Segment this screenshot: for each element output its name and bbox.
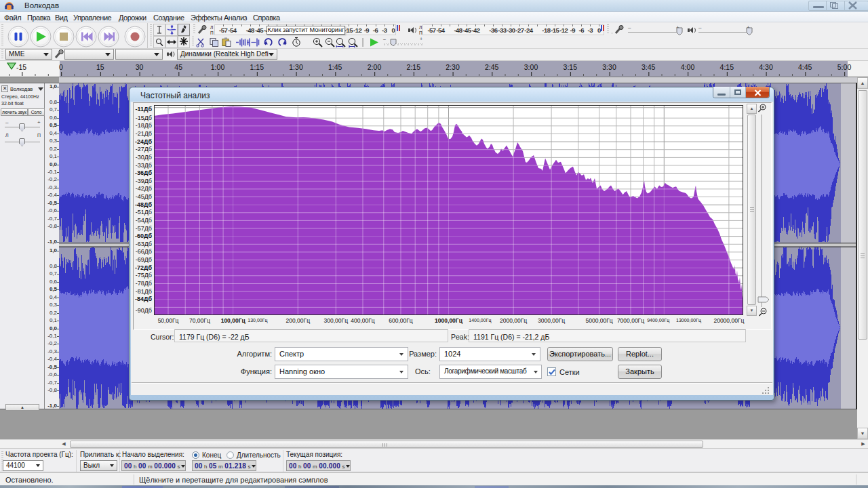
svg-text:+: + [420, 37, 422, 41]
svg-text:–: – [698, 24, 702, 30]
svg-text:Л: Л [419, 25, 422, 30]
svg-text:Л: Л [210, 25, 213, 30]
svg-text:–: – [383, 37, 386, 41]
svg-text:–: – [628, 24, 631, 30]
svg-text:П: П [210, 30, 214, 35]
